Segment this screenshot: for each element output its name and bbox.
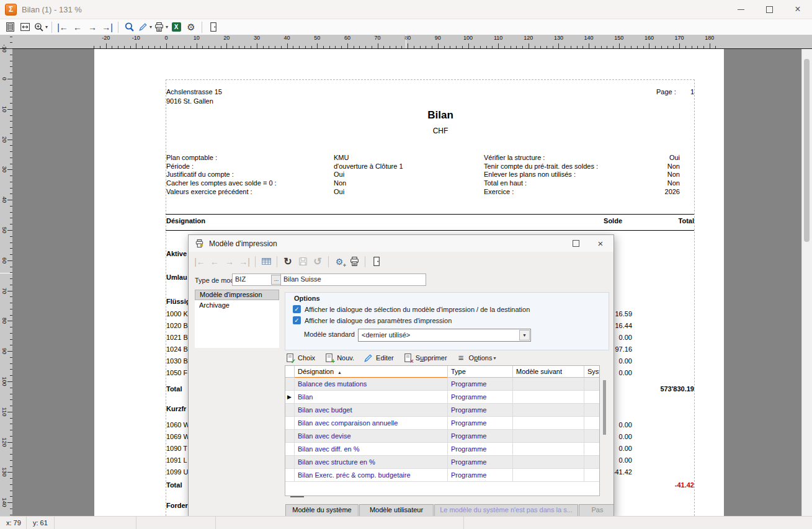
table-row[interactable]: Bilan avec diff. en %Programme xyxy=(285,443,599,456)
table-row[interactable]: Bilan Exerc. préc & comp. budgetaireProg… xyxy=(285,469,599,482)
table-cell[interactable] xyxy=(513,404,584,417)
resize-gripper[interactable] xyxy=(290,496,304,497)
table-cell[interactable]: Bilan Exerc. préc & comp. budgetaire xyxy=(295,469,448,482)
exit-door-button[interactable] xyxy=(368,255,383,269)
exit-door-button[interactable] xyxy=(205,20,220,34)
table-cell[interactable]: Bilan avec devise xyxy=(295,430,448,443)
close-button[interactable]: × xyxy=(783,0,812,19)
type-code-field[interactable]: BIZ ... xyxy=(232,273,283,286)
table-cell[interactable]: Programme xyxy=(448,469,513,482)
option-show-selection-dialog[interactable]: ✓ Afficher le dialogue de sélection du m… xyxy=(293,305,530,313)
choix-button[interactable]: ✓Choix xyxy=(285,353,315,363)
table-cell[interactable] xyxy=(584,443,600,456)
table-cell[interactable]: Bilan avec structure en % xyxy=(295,456,448,469)
main-vertical-scrollbar[interactable] xyxy=(801,49,812,516)
table-cell[interactable]: Programme xyxy=(448,391,513,404)
table-cell[interactable] xyxy=(584,456,600,469)
standard-template-combobox[interactable]: <dernier utilisé> ▼ xyxy=(358,329,531,342)
table-cell[interactable]: Programme xyxy=(448,404,513,417)
table-row[interactable]: ▶BilanProgramme xyxy=(285,391,599,404)
table-cell[interactable] xyxy=(513,443,584,456)
type-name-field[interactable]: Bilan Suisse xyxy=(280,273,426,286)
nav-last-button[interactable]: →| xyxy=(100,20,115,34)
undo-button[interactable]: ↺ xyxy=(310,255,325,269)
table-cell[interactable]: Bilan avec budget xyxy=(295,404,448,417)
footer-button[interactable]: Pas xyxy=(579,504,614,517)
page-width-button[interactable] xyxy=(17,20,32,34)
table-cell[interactable]: Bilan xyxy=(295,391,448,404)
nav-prev-button[interactable]: ← xyxy=(70,20,85,34)
table-cell[interactable] xyxy=(584,430,600,443)
print-icon xyxy=(153,22,164,33)
minimize-button[interactable] xyxy=(726,0,755,19)
table-cell[interactable] xyxy=(513,456,584,469)
nav-first-button[interactable]: |← xyxy=(55,20,70,34)
table-cell[interactable]: Bilan avec comparaison annuelle xyxy=(295,417,448,430)
supprimer-button[interactable]: ×Supprimer xyxy=(403,353,447,363)
table-column-header[interactable]: Modèle suivant xyxy=(513,366,584,378)
excel-button[interactable]: X xyxy=(169,20,184,34)
table-cell[interactable]: Programme xyxy=(448,378,513,391)
table-grid-button[interactable] xyxy=(259,255,274,269)
nav-next-button[interactable]: → xyxy=(85,20,100,34)
table-row[interactable]: Bilan avec budgetProgramme xyxy=(285,404,599,417)
dialog-nav-item[interactable]: Modèle d'impression xyxy=(195,290,279,300)
status-cell xyxy=(136,517,216,529)
table-cell[interactable] xyxy=(584,404,600,417)
option-show-print-params-dialog[interactable]: ✓ Afficher le dialogue des paramètres d'… xyxy=(293,316,452,324)
search-button[interactable] xyxy=(122,20,136,34)
options-button[interactable]: ≡Options▾ xyxy=(456,353,496,363)
window-titlebar: Σ Bilan (1) - 131 % × xyxy=(0,0,812,19)
refresh-button[interactable]: ↻ xyxy=(280,255,295,269)
table-cell[interactable] xyxy=(513,417,584,430)
footer-button[interactable]: Modèle utilisateur xyxy=(359,504,434,517)
table-row[interactable]: Bilan avec structure en %Programme xyxy=(285,456,599,469)
maximize-button[interactable] xyxy=(755,0,783,19)
print-button[interactable] xyxy=(347,255,362,269)
dialog-maximize-button[interactable] xyxy=(565,235,586,251)
checkbox-checked-icon[interactable]: ✓ xyxy=(293,305,301,313)
page-preview-button[interactable] xyxy=(2,20,17,34)
combo-dropdown-button[interactable]: ▼ xyxy=(519,330,530,340)
table-cell[interactable] xyxy=(513,378,584,391)
table-cell[interactable]: Programme xyxy=(448,430,513,443)
nav-last-button[interactable]: →| xyxy=(237,255,252,269)
table-cell[interactable] xyxy=(513,469,584,482)
table-cell[interactable] xyxy=(584,378,600,391)
print-button[interactable]: ▾ xyxy=(153,20,169,34)
dialog-nav-item[interactable]: Archivage xyxy=(195,300,279,311)
table-row[interactable]: Bilan avec deviseProgramme xyxy=(285,430,599,443)
table-cell[interactable]: Bilan avec diff. en % xyxy=(295,443,448,456)
checkbox-checked-icon[interactable]: ✓ xyxy=(293,316,301,324)
table-cell[interactable]: Programme xyxy=(448,443,513,456)
table-scrollbar-thumb[interactable] xyxy=(603,380,606,435)
table-column-header[interactable]: Type xyxy=(448,366,513,378)
table-row[interactable]: Balance des mutationsProgramme xyxy=(285,378,599,391)
table-column-header[interactable]: Désignation▲ xyxy=(295,366,448,378)
dialog-close-button[interactable]: × xyxy=(590,235,611,251)
nav-prev-button[interactable]: ← xyxy=(207,255,222,269)
nav-next-button[interactable]: → xyxy=(222,255,237,269)
nouv-button[interactable]: +Nouv. xyxy=(324,353,354,363)
edit-pencil-button[interactable]: ▾ xyxy=(136,20,153,34)
footer-button[interactable]: Le modèle du système n'est pas dans la s… xyxy=(434,504,578,517)
nav-first-button[interactable]: |← xyxy=(192,255,207,269)
editer-button[interactable]: Editer xyxy=(363,353,394,363)
table-cell[interactable] xyxy=(584,469,600,482)
table-row[interactable]: Bilan avec comparaison annuelleProgramme xyxy=(285,417,599,430)
footer-button[interactable]: Modèle du système xyxy=(285,504,359,517)
table-cell[interactable] xyxy=(584,417,600,430)
table-cell[interactable]: Programme xyxy=(448,456,513,469)
settings-button[interactable]: ⚙ xyxy=(184,20,199,34)
zoom-plus-button[interactable]: ▾ xyxy=(32,20,48,34)
table-scrollbar[interactable] xyxy=(603,380,606,486)
save-button[interactable] xyxy=(295,255,310,269)
table-column-header[interactable]: Système xyxy=(584,366,600,378)
table-cell[interactable]: Programme xyxy=(448,417,513,430)
main-scrollbar-thumb[interactable] xyxy=(804,59,810,242)
table-cell[interactable] xyxy=(513,391,584,404)
table-cell[interactable] xyxy=(513,430,584,443)
table-cell[interactable] xyxy=(584,391,600,404)
gear-add-button[interactable]: ⚙+ xyxy=(332,255,347,269)
table-cell[interactable]: Balance des mutations xyxy=(295,378,448,391)
